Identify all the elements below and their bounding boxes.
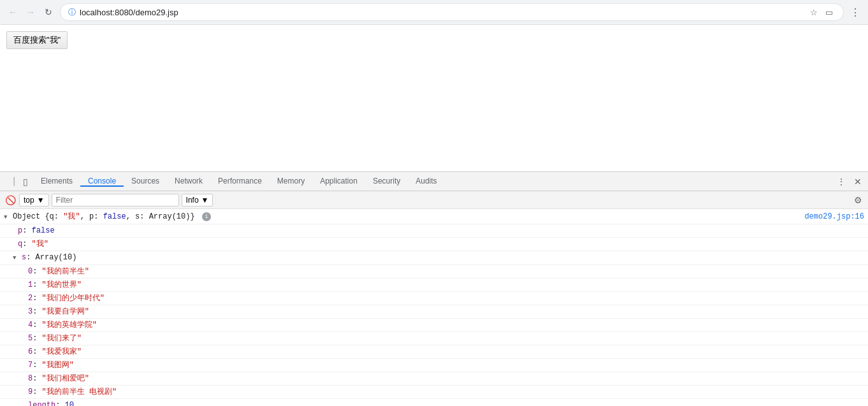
address-input[interactable] [80,8,804,17]
devtools-inspect-icon[interactable]: ⎹ [3,174,18,189]
console-prop-p: p: false [0,224,868,238]
tab-security[interactable]: Security [365,177,408,187]
cast-icon[interactable]: ▭ [823,6,835,18]
browser-chrome: ← → ↻ ⓘ ☆ ▭ ⋮ [0,0,868,25]
expand-array-icon[interactable] [13,252,20,264]
expand-object-icon[interactable] [4,211,11,223]
address-bar-actions: ☆ ▭ [807,6,835,18]
address-bar[interactable]: ⓘ ☆ ▭ [60,3,844,21]
console-row-object: Object {q: "我", p: false, s: Array(10)} … [0,210,868,224]
tab-memory[interactable]: Memory [270,177,312,187]
object-info-badge: i [202,212,211,221]
console-array-item-0: 0: "我的前半生" [0,265,868,279]
tab-sources[interactable]: Sources [124,177,167,187]
page-content: 百度搜索"我" [0,25,868,171]
forward-button[interactable]: → [23,4,38,20]
console-array-item-3: 3: "我要自学网" [0,305,868,319]
devtools-tabs: Elements Console Sources Network Perform… [33,177,445,187]
console-array-item-4: 4: "我的英雄学院" [0,319,868,332]
console-array-length: length: 10 [0,399,868,406]
tab-audits[interactable]: Audits [408,177,444,187]
console-context-chevron-icon: ▼ [37,196,45,205]
tab-network[interactable]: Network [167,177,210,187]
secure-icon: ⓘ [68,7,76,18]
console-array-item-9: 9: "我的前半生 电视剧" [0,386,868,399]
console-row-file-1[interactable]: demo29.jsp:16 [798,211,864,222]
console-level-chevron-icon: ▼ [201,196,209,205]
console-output[interactable]: Object {q: "我", p: false, s: Array(10)} … [0,209,868,406]
devtools-panel: ⎹ ▯ Elements Console Sources Network Per… [0,171,868,406]
devtools-device-icon[interactable]: ▯ [18,174,33,189]
console-clear-button[interactable]: 🚫 [4,194,17,207]
tab-application[interactable]: Application [312,177,365,187]
tab-performance[interactable]: Performance [210,177,270,187]
browser-toolbar: ← → ↻ ⓘ ☆ ▭ ⋮ [0,0,868,24]
reload-button[interactable]: ↻ [41,4,56,20]
bookmark-icon[interactable]: ☆ [807,6,820,18]
chrome-menu-button[interactable]: ⋮ [848,4,863,20]
console-level-label: Info [186,196,199,205]
console-settings-button[interactable]: ⚙ [851,194,864,207]
console-toolbar: 🚫 top ▼ Info ▼ ⚙ [0,191,868,209]
console-context-label: top [24,196,34,205]
devtools-more-icon[interactable]: ⋮ [834,174,849,189]
tab-console[interactable]: Console [80,177,124,187]
console-prop-s: s: Array(10) [0,251,868,265]
baidu-search-button[interactable]: 百度搜索"我" [6,31,68,49]
console-prop-q: q: "我" [0,238,868,251]
console-array-item-1: 1: "我的世界" [0,279,868,292]
console-array-item-8: 8: "我们相爱吧" [0,372,868,386]
console-array-item-7: 7: "我图网" [0,359,868,372]
tab-elements[interactable]: Elements [33,177,80,187]
devtools-tab-actions: ⋮ ✕ [834,174,865,189]
console-array-item-5: 5: "我们来了" [0,332,868,345]
back-button[interactable]: ← [5,4,20,20]
console-filter-input[interactable] [52,194,179,207]
console-array-item-2: 2: "我们的少年时代" [0,292,868,305]
console-array-item-6: 6: "我爱我家" [0,345,868,359]
console-context-select[interactable]: top ▼ [19,194,49,207]
console-level-select[interactable]: Info ▼ [182,194,213,207]
devtools-tabs-bar: ⎹ ▯ Elements Console Sources Network Per… [0,172,868,191]
devtools-close-icon[interactable]: ✕ [850,174,865,189]
nav-buttons: ← → ↻ [5,4,56,20]
console-object-content: Object {q: "我", p: false, s: Array(10)} … [13,211,798,222]
